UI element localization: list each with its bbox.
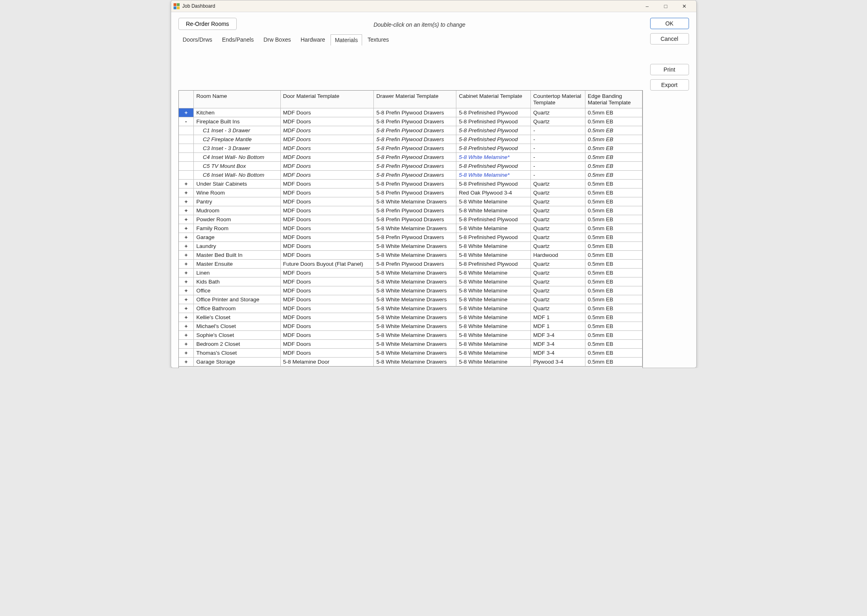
table-row[interactable]: +PantryMDF Doors5-8 White Melamine Drawe… (179, 197, 642, 206)
minimize-button[interactable]: – (638, 0, 657, 12)
table-row[interactable]: +LaundryMDF Doors5-8 White Melamine Draw… (179, 242, 642, 251)
cell[interactable]: 5-8 White Melamine Drawers (374, 358, 456, 366)
cell[interactable]: 5-8 Prefinished Plywood (456, 233, 531, 242)
cell[interactable]: C6 Inset Wall- No Bottom (194, 171, 280, 180)
cell[interactable]: 5-8 White Melamine Drawers (374, 295, 456, 304)
cell[interactable]: Quartz (530, 108, 585, 117)
cell[interactable]: MDF Doors (280, 251, 374, 260)
cell[interactable]: 5-8 White Melamine (456, 251, 531, 260)
cell[interactable]: Sophie's Closet (194, 331, 280, 340)
cell[interactable]: Hardwood (530, 251, 585, 260)
column-header[interactable] (179, 91, 194, 108)
cell[interactable]: 0.5mm EB (585, 108, 642, 117)
cell[interactable]: MDF 3-4 (530, 340, 585, 349)
table-row[interactable]: +KitchenMDF Doors5-8 Prefin Plywood Draw… (179, 108, 642, 117)
cell[interactable]: MDF 3-4 (530, 349, 585, 358)
cell[interactable]: 5-8 White Melamine (456, 295, 531, 304)
expander-cell[interactable]: - (179, 117, 194, 126)
horizontal-scrollbar[interactable] (179, 366, 642, 368)
cell[interactable]: - (530, 126, 585, 135)
cell[interactable]: Bedroom 2 Closet (194, 340, 280, 349)
table-row[interactable]: +Kellie's ClosetMDF Doors5-8 White Melam… (179, 313, 642, 322)
expander-cell[interactable]: + (179, 180, 194, 188)
column-header[interactable]: Countertop Material Template (530, 91, 585, 108)
table-row[interactable]: +Family RoomMDF Doors5-8 White Melamine … (179, 224, 642, 233)
expander-cell[interactable]: + (179, 197, 194, 206)
expander-cell[interactable]: + (179, 358, 194, 366)
cell[interactable]: MDF Doors (280, 242, 374, 251)
table-row[interactable]: +Master EnsuiteFuture Doors Buyout (Flat… (179, 260, 642, 269)
cell[interactable]: 0.5mm EB (585, 277, 642, 286)
cell[interactable]: 5-8 White Melamine Drawers (374, 331, 456, 340)
table-row[interactable]: +LinenMDF Doors5-8 White Melamine Drawer… (179, 269, 642, 277)
cell[interactable]: MDF Doors (280, 349, 374, 358)
cell[interactable]: Kellie's Closet (194, 313, 280, 322)
cell[interactable]: Quartz (530, 277, 585, 286)
table-row[interactable]: +GarageMDF Doors5-8 Prefin Plywood Drawe… (179, 233, 642, 242)
cell[interactable]: MDF Doors (280, 295, 374, 304)
tab-drw-boxes[interactable]: Drw Boxes (259, 34, 295, 45)
column-header[interactable]: Room Name (194, 91, 280, 108)
cell[interactable]: 5-8 White Melamine (456, 224, 531, 233)
cell[interactable]: 0.5mm EB (585, 153, 642, 162)
cell[interactable]: 5-8 White Melamine (456, 304, 531, 313)
cell[interactable]: Office Printer and Storage (194, 295, 280, 304)
ok-button[interactable]: OK (650, 18, 689, 29)
cell[interactable]: 0.5mm EB (585, 233, 642, 242)
cell[interactable]: Quartz (530, 304, 585, 313)
expander-cell[interactable]: + (179, 295, 194, 304)
expander-cell[interactable]: + (179, 215, 194, 224)
cell[interactable]: 5-8 White Melamine (456, 277, 531, 286)
maximize-button[interactable]: □ (657, 0, 675, 12)
cell[interactable]: Kids Bath (194, 277, 280, 286)
expander-cell[interactable]: + (179, 313, 194, 322)
cell[interactable]: 0.5mm EB (585, 135, 642, 144)
cell[interactable]: 0.5mm EB (585, 144, 642, 153)
cell[interactable]: MDF Doors (280, 171, 374, 180)
expander-cell[interactable]: + (179, 349, 194, 358)
cell[interactable]: Quartz (530, 224, 585, 233)
column-header[interactable]: Cabinet Material Template (456, 91, 531, 108)
table-row[interactable]: +Thomas's ClosetMDF Doors5-8 White Melam… (179, 349, 642, 358)
table-row[interactable]: +MudroomMDF Doors5-8 Prefin Plywood Draw… (179, 206, 642, 215)
cell[interactable]: MDF 3-4 (530, 331, 585, 340)
table-row[interactable]: +Master Bed Built InMDF Doors5-8 White M… (179, 251, 642, 260)
cell[interactable]: MDF 1 (530, 313, 585, 322)
cell[interactable]: Quartz (530, 260, 585, 269)
tab-hardware[interactable]: Hardware (296, 34, 330, 45)
cell[interactable]: 5-8 Prefin Plywood Drawers (374, 215, 456, 224)
cell[interactable]: 5-8 White Melamine (456, 331, 531, 340)
cell[interactable]: MDF 1 (530, 322, 585, 331)
expander-cell[interactable]: + (179, 242, 194, 251)
cell[interactable]: 5-8 White Melamine (456, 197, 531, 206)
expander-cell[interactable]: + (179, 224, 194, 233)
cell[interactable]: 0.5mm EB (585, 206, 642, 215)
cell[interactable]: 0.5mm EB (585, 331, 642, 340)
table-row[interactable]: +Under Stair CabinetsMDF Doors5-8 Prefin… (179, 180, 642, 188)
cell[interactable]: Red Oak Plywood 3-4 (456, 188, 531, 197)
cell[interactable]: 0.5mm EB (585, 304, 642, 313)
close-button[interactable]: ✕ (675, 0, 694, 12)
cell[interactable]: 0.5mm EB (585, 197, 642, 206)
cell[interactable]: 0.5mm EB (585, 224, 642, 233)
table-row[interactable]: +Bedroom 2 ClosetMDF Doors5-8 White Mela… (179, 340, 642, 349)
cell[interactable]: Fireplace Built Ins (194, 117, 280, 126)
cell[interactable]: 0.5mm EB (585, 340, 642, 349)
table-row[interactable]: -Fireplace Built InsMDF Doors5-8 Prefin … (179, 117, 642, 126)
cell[interactable]: MDF Doors (280, 277, 374, 286)
cell[interactable]: Future Doors Buyout (Flat Panel) (280, 260, 374, 269)
cell[interactable]: 0.5mm EB (585, 322, 642, 331)
cell[interactable]: 0.5mm EB (585, 269, 642, 277)
cell[interactable]: 5-8 Prefin Plywood Drawers (374, 260, 456, 269)
cell[interactable]: 5-8 White Melamine (456, 242, 531, 251)
table-row[interactable]: +Wine RoomMDF Doors5-8 Prefin Plywood Dr… (179, 188, 642, 197)
cell[interactable]: 5-8 White Melamine (456, 269, 531, 277)
cell[interactable]: C3 Inset - 3 Drawer (194, 144, 280, 153)
cell[interactable]: 0.5mm EB (585, 260, 642, 269)
cell[interactable]: - (530, 162, 585, 171)
cancel-button[interactable]: Cancel (650, 33, 689, 44)
expander-cell[interactable]: + (179, 340, 194, 349)
cell[interactable]: 5-8 White Melamine Drawers (374, 322, 456, 331)
table-child-row[interactable]: C2 Fireplace MantleMDF Doors5-8 Prefin P… (179, 135, 642, 144)
cell[interactable]: Office Bathroom (194, 304, 280, 313)
